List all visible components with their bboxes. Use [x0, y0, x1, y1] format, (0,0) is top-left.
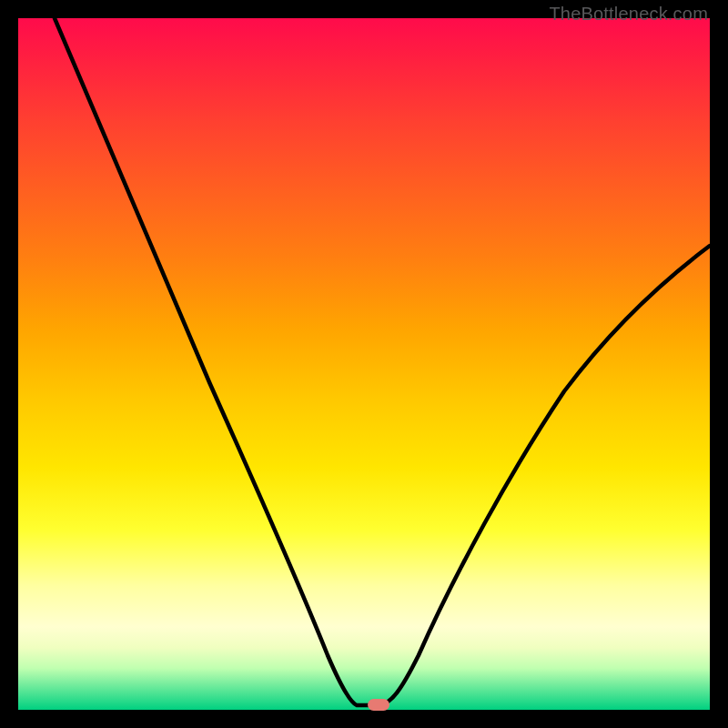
- chart-container: TheBottleneck.com: [0, 0, 728, 728]
- minimum-marker: [368, 699, 389, 711]
- bottleneck-curve: [18, 18, 710, 710]
- watermark-text: TheBottleneck.com: [549, 4, 708, 25]
